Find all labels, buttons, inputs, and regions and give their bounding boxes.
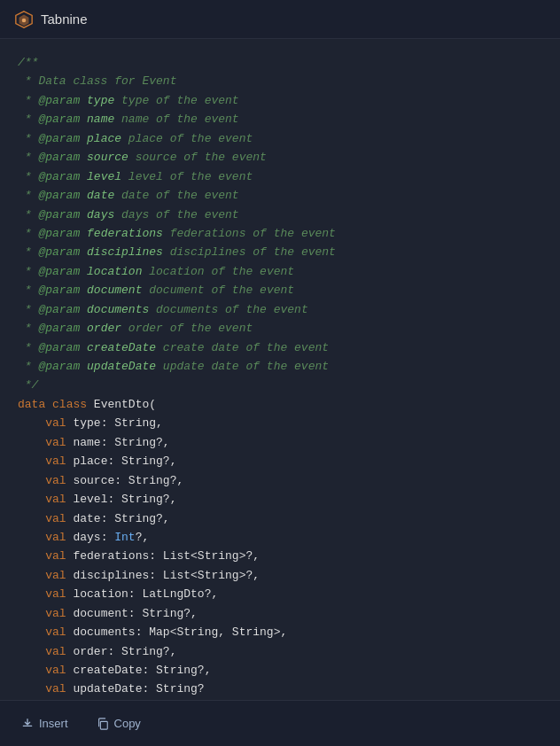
code-line: val updateDate: String? xyxy=(18,680,542,698)
insert-button[interactable]: Insert xyxy=(14,713,75,734)
header-bar: Tabnine xyxy=(0,0,560,39)
code-line: val order: String?, xyxy=(18,642,542,661)
code-line: * @param date date of the event xyxy=(18,186,542,205)
code-line: val source: String?, xyxy=(18,471,542,490)
logo-icon xyxy=(14,10,34,29)
footer-bar: Insert Copy xyxy=(0,700,560,746)
code-line: val days: Int?, xyxy=(18,528,542,547)
code-line: val documents: Map<String, String>, xyxy=(18,623,542,641)
code-line: * @param createDate create date of the e… xyxy=(18,338,542,357)
code-line: val place: String?, xyxy=(18,452,542,470)
code-line: val disciplines: List<String>?, xyxy=(18,566,542,585)
code-line: * Data class for Event xyxy=(18,72,542,90)
code-line: val type: String, xyxy=(18,414,542,432)
code-line: * @param name name of the event xyxy=(18,110,542,128)
code-display: /** * Data class for Event * @param type… xyxy=(0,39,560,700)
insert-label: Insert xyxy=(39,717,68,730)
code-line: * @param federations federations of the … xyxy=(18,224,542,243)
svg-point-2 xyxy=(22,18,27,22)
code-line: * @param days days of the event xyxy=(18,206,542,224)
code-line: * @param documents documents of the even… xyxy=(18,300,542,319)
code-line: * @param location location of the event xyxy=(18,262,542,281)
svg-rect-3 xyxy=(23,725,33,726)
copy-button[interactable]: Copy xyxy=(89,713,148,734)
code-line: val level: String?, xyxy=(18,490,542,509)
app-window: Tabnine /** * Data class for Event * @pa… xyxy=(0,0,560,746)
code-line: * @param source source of the event xyxy=(18,148,542,167)
code-line: */ xyxy=(18,376,542,394)
code-line: * @param order order of the event xyxy=(18,319,542,338)
code-line: val name: String?, xyxy=(18,433,542,452)
code-line: val document: String?, xyxy=(18,604,542,623)
svg-rect-4 xyxy=(100,721,107,729)
code-line: * @param level level of the event xyxy=(18,167,542,186)
code-line: * @param place place of the event xyxy=(18,129,542,148)
copy-label: Copy xyxy=(114,717,141,730)
code-line: * @param disciplines disciplines of the … xyxy=(18,243,542,261)
code-line: /** xyxy=(18,53,542,72)
copy-icon xyxy=(97,718,109,730)
code-line: val createDate: String?, xyxy=(18,661,542,680)
code-line: val federations: List<String>?, xyxy=(18,547,542,565)
code-line: data class EventDto( xyxy=(18,395,542,414)
code-line: * @param document document of the event xyxy=(18,281,542,299)
app-title: Tabnine xyxy=(41,12,88,27)
code-line: val date: String?, xyxy=(18,509,542,528)
code-line: * @param updateDate update date of the e… xyxy=(18,357,542,376)
code-line: val location: LatLngDto?, xyxy=(18,585,542,603)
insert-icon xyxy=(21,718,34,730)
code-line: * @param type type of the event xyxy=(18,91,542,110)
